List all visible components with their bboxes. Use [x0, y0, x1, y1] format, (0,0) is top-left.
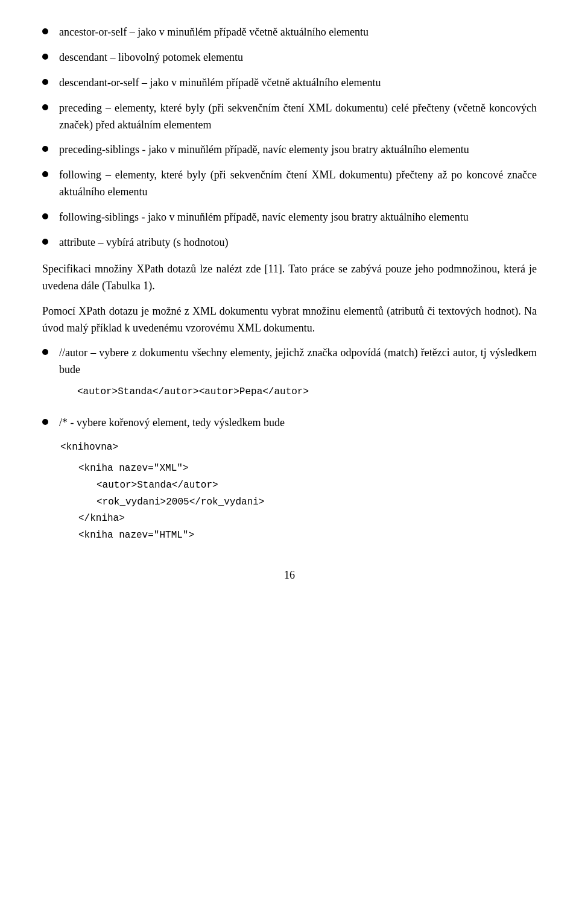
item-text: descendant – libovolný potomek elementu [59, 49, 537, 66]
bullet-dot [42, 104, 48, 110]
list-item-autor: //autor – vybere z dokumentu všechny ele… [42, 345, 537, 406]
item-text: descendant-or-self – jako v minuňlém pří… [59, 75, 537, 92]
list-item: preceding-siblings - jako v minuňlém pří… [42, 142, 537, 159]
bullet-dot [42, 349, 48, 355]
list-item: ancestor-or-self – jako v minuňlém přípa… [42, 24, 537, 41]
xml-code-block: <knihovna> <kniha nazev="XML"> <autor>St… [42, 440, 537, 544]
item-text: attribute – vybírá atributy (s hodnotou) [59, 234, 537, 251]
autor-code-text: <autor>Standa</autor><autor>Pepa</autor> [77, 386, 309, 397]
wildcard-example-block: /* - vybere kořenový element, tedy výsle… [59, 415, 537, 432]
pomoci-paragraph: Pomocí XPath dotazu je možné z XML dokum… [42, 303, 537, 337]
list-item: descendant-or-self – jako v minuňlém pří… [42, 75, 537, 92]
bullet-dot [42, 28, 48, 34]
list-item: descendant – libovolný potomek elementu [42, 49, 537, 66]
code-line-6: <kniha nazev="HTML"> [78, 528, 537, 544]
item-text: following – elementy, které byly (při se… [59, 167, 537, 201]
specifikaci-paragraph: Specifikaci množiny XPath dotazů lze nal… [42, 261, 537, 295]
bullet-dot [42, 419, 48, 425]
examples-bullet-list: //autor – vybere z dokumentu všechny ele… [42, 345, 537, 431]
code-line-5: </kniha> [78, 511, 537, 527]
bullet-dot [42, 239, 48, 245]
item-text: preceding-siblings - jako v minuňlém pří… [59, 142, 537, 159]
code-line-2: <kniha nazev="XML"> [78, 461, 537, 477]
list-item: following – elementy, které byly (při se… [42, 167, 537, 201]
main-bullet-list: ancestor-or-self – jako v minuňlém přípa… [42, 24, 537, 251]
bullet-dot [42, 146, 48, 152]
item-text: preceding – elementy, které byly (při se… [59, 100, 537, 134]
page-content: ancestor-or-self – jako v minuňlém přípa… [42, 24, 537, 584]
page-number: 16 [42, 567, 537, 584]
item-text: following-siblings - jako v minuňlém pří… [59, 209, 537, 226]
bullet-dot [42, 171, 48, 177]
wildcard-example-text: /* - vybere kořenový element, tedy výsle… [59, 416, 285, 429]
bullet-dot [42, 54, 48, 60]
bullet-dot [42, 79, 48, 85]
autor-example-block: //autor – vybere z dokumentu všechny ele… [59, 345, 537, 406]
list-item: following-siblings - jako v minuňlém pří… [42, 209, 537, 226]
list-item: preceding – elementy, které byly (při se… [42, 100, 537, 134]
list-item-wildcard: /* - vybere kořenový element, tedy výsle… [42, 415, 537, 432]
list-item: attribute – vybírá atributy (s hodnotou) [42, 234, 537, 251]
item-text: ancestor-or-self – jako v minuňlém přípa… [59, 24, 537, 41]
code-line-1: <knihovna> [60, 440, 537, 456]
autor-example-text: //autor – vybere z dokumentu všechny ele… [59, 347, 537, 376]
bullet-dot [42, 213, 48, 219]
autor-code: <autor>Standa</autor><autor>Pepa</autor> [77, 385, 537, 400]
code-line-4: <rok_vydani>2005</rok_vydani> [96, 495, 537, 511]
code-line-3: <autor>Standa</autor> [96, 478, 537, 494]
